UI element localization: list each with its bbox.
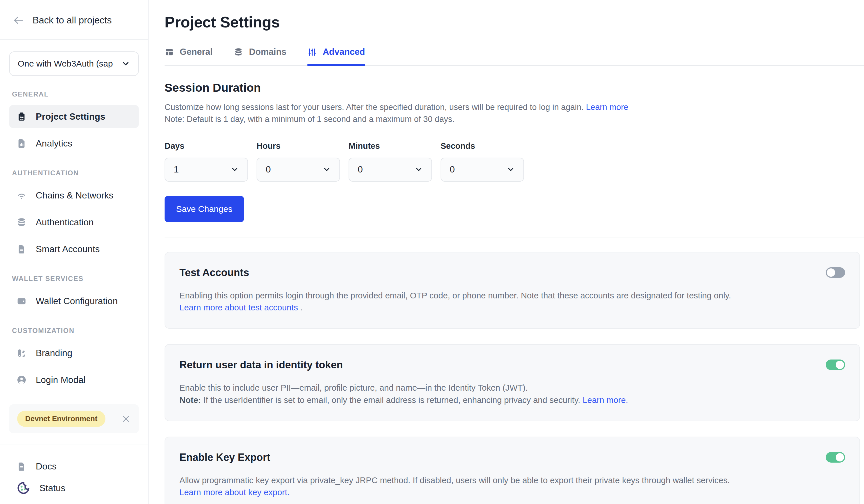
project-selector[interactable]: One with Web3Auth (sap <box>9 51 139 76</box>
minutes-label: Minutes <box>349 142 432 151</box>
sidebar-item-login-modal[interactable]: Login Modal <box>9 368 139 391</box>
tab-general[interactable]: General <box>165 47 213 65</box>
identity-token-toggle[interactable] <box>826 359 845 370</box>
environment-card: Devnet Environment <box>9 404 139 433</box>
app-root: Back to all projects One with Web3Auth (… <box>0 0 864 504</box>
section-label-authentication: AUTHENTICATION <box>12 169 139 177</box>
chevron-down-icon <box>121 59 130 68</box>
sidebar-item-project-settings[interactable]: Project Settings <box>9 105 139 128</box>
session-duration-description: Customize how long sessions last for you… <box>165 101 864 125</box>
hours-select[interactable]: 0 <box>256 158 340 182</box>
seconds-value: 0 <box>450 164 455 175</box>
save-changes-button[interactable]: Save Changes <box>165 196 244 222</box>
page-title: Project Settings <box>165 13 864 31</box>
sidebar-item-wallet-configuration[interactable]: Wallet Configuration <box>9 290 139 312</box>
section-label-customization: CUSTOMIZATION <box>12 327 139 335</box>
tab-advanced[interactable]: Advanced <box>308 47 365 65</box>
nav-label: Wallet Configuration <box>36 296 118 306</box>
database-icon <box>16 217 27 227</box>
note-text: If the userIdentifier is set to email, o… <box>201 395 583 405</box>
environment-badge: Devnet Environment <box>17 410 106 427</box>
table-icon <box>165 47 174 57</box>
hours-field: Hours 0 <box>256 142 340 182</box>
chevron-down-icon <box>507 165 515 174</box>
nav-label: Status <box>39 483 65 493</box>
note-label: Note: <box>179 395 201 405</box>
close-icon[interactable] <box>121 414 131 424</box>
nav-label: Docs <box>36 461 57 472</box>
days-select[interactable]: 1 <box>165 158 248 182</box>
days-value: 1 <box>174 164 179 175</box>
tab-domains[interactable]: Domains <box>234 47 286 65</box>
minutes-select[interactable]: 0 <box>349 158 432 182</box>
back-to-projects-link[interactable]: Back to all projects <box>0 0 148 39</box>
card-note-line: Note: If the userIdentifier is set to em… <box>179 394 748 406</box>
sidebar-footer-divider <box>0 445 148 445</box>
chevron-down-icon <box>415 165 423 174</box>
test-accounts-toggle[interactable] <box>826 267 845 278</box>
card-description-suffix: . <box>298 303 302 312</box>
sidebar-item-docs[interactable]: Docs <box>9 456 139 477</box>
sidebar-item-smart-accounts[interactable]: Smart Accounts <box>9 237 139 260</box>
session-description-text: Customize how long sessions last for you… <box>165 102 584 112</box>
key-export-toggle[interactable] <box>826 452 845 463</box>
section-label-general: GENERAL <box>12 90 139 98</box>
hours-value: 0 <box>266 164 271 175</box>
tab-bar: General Domains Advanced <box>165 47 864 66</box>
section-label-wallet-services: WALLET SERVICES <box>12 275 139 283</box>
sidebar-footer: Docs Status <box>0 445 148 504</box>
arrow-left-icon <box>13 14 25 26</box>
days-field: Days 1 <box>165 142 248 182</box>
hours-label: Hours <box>256 142 340 151</box>
session-learn-more-link[interactable]: Learn more <box>586 102 628 112</box>
cookie-icon <box>16 481 30 495</box>
key-export-learn-more-link[interactable]: Learn more about key export. <box>179 486 289 499</box>
card-title: Enable Key Export <box>179 452 845 464</box>
sliders-icon <box>308 47 317 57</box>
wifi-icon <box>16 190 27 200</box>
sidebar-item-analytics[interactable]: Analytics <box>9 132 139 155</box>
toggle-knob <box>836 453 844 462</box>
nav-label: Smart Accounts <box>36 244 100 255</box>
sidebar: Back to all projects One with Web3Auth (… <box>0 0 148 504</box>
document-icon <box>16 244 27 254</box>
nav-label: Branding <box>36 348 72 358</box>
card-description: Enable this to include user PII—email, p… <box>179 382 748 406</box>
sidebar-item-branding[interactable]: Branding <box>9 342 139 364</box>
main-content: Project Settings General Domains Advance… <box>148 0 864 504</box>
session-note-line: Note: Default is 1 day, with a minimum o… <box>165 113 864 125</box>
clipboard-icon <box>16 112 27 122</box>
test-accounts-learn-more-link[interactable]: Learn more about test accounts <box>179 303 298 312</box>
user-icon <box>16 375 27 385</box>
toggle-knob <box>827 268 835 277</box>
card-description-text: Enable this to include user PII—email, p… <box>179 382 748 394</box>
chevron-down-icon <box>323 165 331 174</box>
document-icon <box>16 462 27 471</box>
identity-token-learn-more-link[interactable]: Learn more. <box>583 395 628 405</box>
session-description-line: Customize how long sessions last for you… <box>165 101 864 113</box>
tab-label: Advanced <box>323 47 365 57</box>
sidebar-item-status[interactable]: Status <box>9 478 139 498</box>
test-accounts-card: Test Accounts Enabling this option permi… <box>165 252 860 329</box>
analytics-icon <box>16 138 27 148</box>
project-selector-value: One with Web3Auth (sap <box>18 59 121 69</box>
nav-label: Analytics <box>36 138 72 149</box>
sidebar-item-authentication[interactable]: Authentication <box>9 211 139 234</box>
chevron-down-icon <box>230 165 239 174</box>
seconds-select[interactable]: 0 <box>441 158 524 182</box>
section-divider <box>165 237 864 238</box>
tab-label: General <box>180 47 213 57</box>
sidebar-item-chains-networks[interactable]: Chains & Networks <box>9 184 139 207</box>
session-duration-title: Session Duration <box>165 81 864 95</box>
settings-cards: Test Accounts Enabling this option permi… <box>165 252 864 504</box>
database-icon <box>234 47 243 57</box>
identity-token-card: Return user data in identity token Enabl… <box>165 344 860 421</box>
seconds-label: Seconds <box>441 142 524 151</box>
nav-label: Authentication <box>36 217 94 228</box>
sidebar-nav: One with Web3Auth (sap GENERAL Project S… <box>0 40 148 445</box>
card-description: Enabling this option permits login throu… <box>179 290 748 314</box>
duration-fields: Days 1 Hours 0 Minutes 0 <box>165 142 864 182</box>
back-label: Back to all projects <box>33 15 112 26</box>
days-label: Days <box>165 142 248 151</box>
branding-icon <box>16 348 27 358</box>
